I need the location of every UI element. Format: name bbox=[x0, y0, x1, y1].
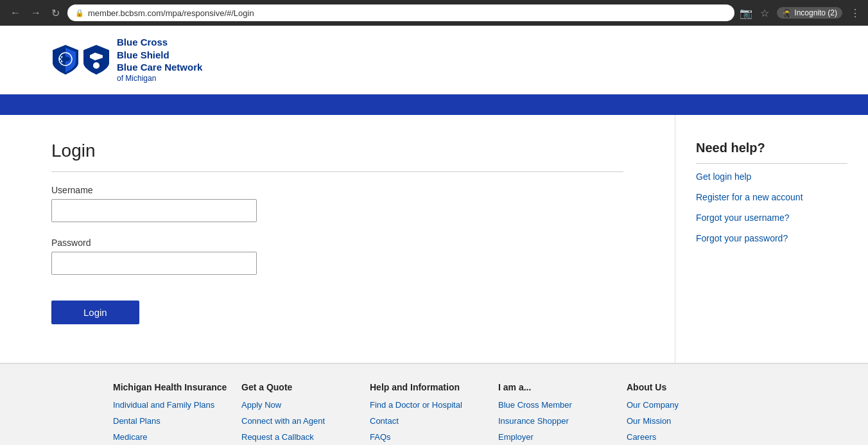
footer-link[interactable]: Individual and Family Plans bbox=[113, 400, 241, 411]
menu-icon: ⋮ bbox=[850, 7, 860, 19]
username-input[interactable] bbox=[51, 199, 257, 222]
logo-line2: Blue Shield bbox=[117, 49, 202, 62]
blue-banner bbox=[0, 94, 868, 115]
footer-col-help-info: Help and InformationFind a Doctor or Hos… bbox=[370, 382, 498, 445]
footer-link[interactable]: Blue Cross Member bbox=[498, 400, 627, 411]
url-text: member.bcbsm.com/mpa/responsive/#/Login bbox=[88, 8, 254, 18]
footer-col-michigan-health: Michigan Health InsuranceIndividual and … bbox=[113, 382, 241, 445]
help-links-container: Get login helpRegister for a new account… bbox=[696, 171, 847, 243]
browser-right-icons: 📷 ☆ 🥷 Incognito (2) ⋮ bbox=[740, 7, 860, 19]
reload-button[interactable]: ↻ bbox=[49, 4, 62, 22]
footer-col-get-a-quote: Get a QuoteApply NowConnect with an Agen… bbox=[241, 382, 370, 445]
footer-col-title-i-am-a: I am a... bbox=[498, 382, 627, 392]
login-button[interactable]: Login bbox=[51, 301, 139, 324]
footer-link[interactable]: Medicare bbox=[113, 432, 241, 443]
help-link-get-login-help[interactable]: Get login help bbox=[696, 171, 847, 182]
footer-link[interactable]: Our Company bbox=[627, 400, 755, 411]
logo-text: Blue Cross Blue Shield Blue Care Network… bbox=[117, 36, 202, 83]
footer-link[interactable]: Find a Doctor or Hospital bbox=[370, 400, 498, 411]
username-group: Username bbox=[51, 185, 623, 222]
footer-col-title-michigan-health: Michigan Health Insurance bbox=[113, 382, 241, 392]
address-bar[interactable]: 🔒 member.bcbsm.com/mpa/responsive/#/Logi… bbox=[67, 4, 734, 21]
footer-link[interactable]: Request a Callback bbox=[241, 432, 370, 443]
password-group: Password bbox=[51, 238, 623, 275]
site-footer: Michigan Health InsuranceIndividual and … bbox=[0, 363, 868, 445]
browser-chrome: ← → ↻ 🔒 member.bcbsm.com/mpa/responsive/… bbox=[0, 0, 868, 26]
logo-shields: + bbox=[51, 44, 110, 76]
help-title: Need help? bbox=[696, 141, 847, 164]
footer-link[interactable]: Connect with an Agent bbox=[241, 416, 370, 427]
footer-columns: Michigan Health InsuranceIndividual and … bbox=[51, 382, 817, 445]
cast-icon: 📷 bbox=[740, 7, 752, 19]
footer-col-title-get-a-quote: Get a Quote bbox=[241, 382, 370, 392]
logo-line3: Blue Care Network bbox=[117, 61, 202, 74]
footer-col-title-about-us: About Us bbox=[627, 382, 755, 392]
help-link-forgot-username[interactable]: Forgot your username? bbox=[696, 213, 847, 223]
help-link-forgot-password[interactable]: Forgot your password? bbox=[696, 233, 847, 243]
username-label: Username bbox=[51, 185, 623, 195]
password-label: Password bbox=[51, 238, 623, 248]
back-button[interactable]: ← bbox=[8, 4, 23, 21]
logo-line1: Blue Cross bbox=[117, 36, 202, 49]
bcbs-shield-2 bbox=[82, 44, 110, 76]
incognito-badge: 🥷 Incognito (2) bbox=[777, 7, 842, 19]
bookmark-icon: ☆ bbox=[760, 7, 769, 19]
login-section: Login Username Password Login bbox=[0, 115, 675, 363]
site-header: + Blue Cross Blue Shield Blue Care Netwo… bbox=[0, 26, 868, 94]
incognito-icon: 🥷 bbox=[782, 8, 792, 17]
login-title: Login bbox=[51, 141, 623, 172]
main-content: Login Username Password Login Need help?… bbox=[0, 115, 868, 363]
password-input[interactable] bbox=[51, 252, 257, 275]
footer-link[interactable]: Careers bbox=[627, 432, 755, 443]
footer-link[interactable]: Employer bbox=[498, 432, 627, 443]
incognito-label: Incognito (2) bbox=[794, 8, 837, 17]
forward-button[interactable]: → bbox=[28, 4, 44, 21]
footer-link[interactable]: Insurance Shopper bbox=[498, 416, 627, 427]
footer-link[interactable]: Contact bbox=[370, 416, 498, 427]
help-link-register[interactable]: Register for a new account bbox=[696, 192, 847, 202]
logo-line4: of Michigan bbox=[117, 74, 202, 84]
footer-link[interactable]: Our Mission bbox=[627, 416, 755, 427]
footer-link[interactable]: Dental Plans bbox=[113, 416, 241, 427]
help-sidebar: Need help? Get login helpRegister for a … bbox=[675, 115, 868, 363]
lock-icon: 🔒 bbox=[75, 9, 84, 17]
footer-link[interactable]: Apply Now bbox=[241, 400, 370, 411]
footer-col-title-help-info: Help and Information bbox=[370, 382, 498, 392]
bcbs-shield-1: + bbox=[51, 44, 80, 76]
footer-link[interactable]: FAQs bbox=[370, 432, 498, 443]
footer-col-about-us: About UsOur CompanyOur MissionCareersDiv… bbox=[627, 382, 755, 445]
logo-container: + Blue Cross Blue Shield Blue Care Netwo… bbox=[51, 36, 817, 83]
footer-col-i-am-a: I am a...Blue Cross MemberInsurance Shop… bbox=[498, 382, 627, 445]
